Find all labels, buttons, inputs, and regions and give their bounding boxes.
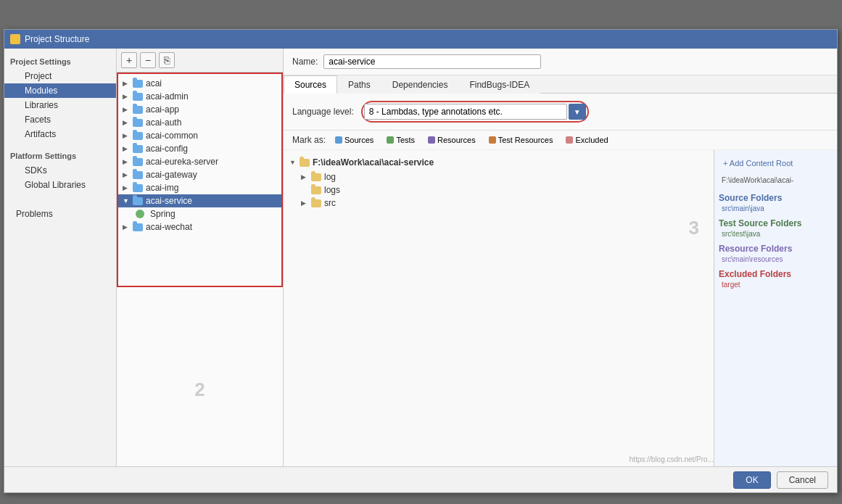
name-input[interactable] bbox=[323, 54, 541, 69]
tree-item-acai-admin[interactable]: ▶ acai-admin bbox=[118, 90, 281, 103]
sidebar-item-global-libraries[interactable]: Global Libraries bbox=[4, 178, 116, 192]
tree-item-acai-auth[interactable]: ▶ acai-auth bbox=[118, 116, 281, 129]
label-3: 3 bbox=[689, 217, 699, 239]
resources-badge-dot bbox=[428, 136, 435, 144]
file-tree-item-logs[interactable]: logs bbox=[284, 183, 714, 197]
ok-button[interactable]: OK bbox=[733, 471, 770, 489]
folder-icon-acai-img bbox=[133, 184, 143, 192]
language-row: Language level: 8 - Lambdas, type annota… bbox=[284, 94, 837, 131]
dialog-icon bbox=[10, 34, 20, 44]
tree-item-acai[interactable]: ▶ acai bbox=[118, 77, 281, 90]
folder-icon-acai-wechat bbox=[133, 223, 143, 231]
copy-module-button[interactable]: ⎘ bbox=[159, 52, 175, 68]
file-tree-item-log[interactable]: ▶ log bbox=[284, 170, 714, 183]
sidebar-item-facets[interactable]: Facets bbox=[4, 112, 116, 127]
expand-arrow-acai: ▶ bbox=[123, 80, 130, 87]
file-tree-item-src[interactable]: ▶ src bbox=[284, 197, 714, 210]
right-panel: Name: Sources Paths Dependencies FindBug… bbox=[284, 49, 837, 492]
add-module-button[interactable]: + bbox=[121, 52, 137, 68]
test-resources-badge-dot bbox=[489, 136, 496, 144]
mark-badge-excluded[interactable]: Excluded bbox=[562, 135, 611, 145]
title-bar: Project Structure bbox=[4, 30, 837, 49]
language-level-select[interactable]: 8 - Lambdas, type annotations etc. bbox=[364, 104, 567, 120]
tree-item-acai-common[interactable]: ▶ acai-common bbox=[118, 129, 281, 142]
label-2: 2 bbox=[194, 379, 205, 401]
resource-folders-title: Resource Folders bbox=[719, 244, 833, 254]
tree-item-acai-config[interactable]: ▶ acai-config bbox=[118, 142, 281, 155]
dialog-body: Project Settings Project Modules Librari… bbox=[4, 49, 837, 492]
log-folder-icon bbox=[311, 173, 321, 181]
expand-arrow-acai-service: ▼ bbox=[123, 197, 130, 205]
mark-badge-resources[interactable]: Resources bbox=[424, 135, 479, 145]
sidebar-item-modules[interactable]: Modules bbox=[4, 83, 116, 98]
tree-item-acai-wechat[interactable]: ▶ acai-wechat bbox=[118, 220, 281, 234]
sources-badge-dot bbox=[335, 136, 342, 144]
add-content-root-button[interactable]: + Add Content Root bbox=[719, 156, 833, 170]
mark-as-label: Mark as: bbox=[292, 135, 326, 145]
src-folder-icon bbox=[311, 199, 321, 207]
dropdown-arrow-icon: ▼ bbox=[574, 108, 581, 116]
tab-paths[interactable]: Paths bbox=[337, 75, 381, 94]
mark-badge-test-resources[interactable]: Test Resources bbox=[485, 135, 557, 145]
file-tree-panel: ▼ F:\ideaWork\acai\acai-service ▶ log bbox=[284, 150, 714, 492]
test-source-folders-path: src\test\java bbox=[719, 230, 833, 238]
folder-icon-acai-config bbox=[133, 145, 143, 153]
name-row: Name: bbox=[284, 49, 837, 75]
name-label: Name: bbox=[292, 57, 318, 67]
expand-arrow-acai-auth: ▶ bbox=[123, 119, 130, 126]
mark-badge-tests[interactable]: Tests bbox=[383, 135, 418, 145]
tabs-row: Sources Paths Dependencies FindBugs-IDEA bbox=[284, 75, 837, 94]
dialog-title: Project Structure bbox=[25, 34, 89, 44]
folder-icon-acai bbox=[133, 80, 143, 88]
language-dropdown-button[interactable]: ▼ bbox=[569, 104, 586, 120]
folder-icon-acai-gateway bbox=[133, 171, 143, 179]
tree-item-acai-eureka-server[interactable]: ▶ acai-eureka-server bbox=[118, 155, 281, 168]
test-source-folders-title: Test Source Folders bbox=[719, 218, 833, 228]
sidebar-item-project[interactable]: Project bbox=[4, 69, 116, 83]
folder-icon-acai-service bbox=[133, 197, 143, 205]
tree-item-spring[interactable]: Spring bbox=[118, 207, 281, 220]
folder-icon-acai-app bbox=[133, 106, 143, 114]
cancel-button[interactable]: Cancel bbox=[777, 471, 828, 489]
source-folders-path: src\main\java bbox=[719, 205, 833, 212]
content-root-folder-icon bbox=[300, 159, 310, 167]
sidebar-item-sdks[interactable]: SDKs bbox=[4, 163, 116, 178]
tab-sources[interactable]: Sources bbox=[284, 75, 337, 94]
tree-item-acai-service[interactable]: ▼ acai-service bbox=[118, 194, 281, 207]
right-info-panel: + Add Content Root F:\ideaWork\acai\acai… bbox=[714, 150, 837, 492]
source-folders-title: Source Folders bbox=[719, 193, 833, 203]
folder-icon-acai-eureka bbox=[133, 158, 143, 166]
folder-icon-acai-auth bbox=[133, 119, 143, 127]
folder-icon-acai-admin bbox=[133, 93, 143, 101]
platform-settings-section: Platform Settings bbox=[4, 149, 116, 163]
expand-arrow-acai-common: ▶ bbox=[123, 132, 130, 139]
content-root-path-label: F:\ideaWork\acai\acai- bbox=[719, 175, 833, 186]
module-tree: ▶ acai ▶ acai-admin ▶ acai-app ▶ bbox=[117, 73, 283, 287]
tree-item-acai-app[interactable]: ▶ acai-app bbox=[118, 103, 281, 116]
language-select-wrapper: 8 - Lambdas, type annotations etc. ▼ bbox=[361, 101, 589, 123]
remove-module-button[interactable]: − bbox=[140, 52, 156, 68]
expand-arrow-acai-eureka: ▶ bbox=[123, 158, 130, 165]
excluded-folders-title: Excluded Folders bbox=[719, 269, 833, 279]
content-root-expand-arrow: ▼ bbox=[289, 159, 297, 166]
sidebar-item-problems[interactable]: Problems bbox=[4, 207, 116, 221]
excluded-folders-path: target bbox=[719, 281, 833, 289]
middle-panel: + − ⎘ ▶ acai ▶ acai-admin ▶ bbox=[117, 49, 284, 492]
project-structure-dialog: Project Structure Project Settings Proje… bbox=[4, 29, 838, 493]
sidebar-item-libraries[interactable]: Libraries bbox=[4, 98, 116, 112]
content-area: ▼ F:\ideaWork\acai\acai-service ▶ log bbox=[284, 150, 837, 492]
tab-findbugs[interactable]: FindBugs-IDEA bbox=[458, 75, 540, 94]
tree-item-acai-gateway[interactable]: ▶ acai-gateway bbox=[118, 168, 281, 181]
excluded-badge-dot bbox=[566, 136, 573, 144]
content-root-header: ▼ F:\ideaWork\acai\acai-service bbox=[284, 154, 714, 170]
middle-toolbar: + − ⎘ bbox=[117, 49, 283, 73]
expand-arrow-acai-gateway: ▶ bbox=[123, 171, 130, 178]
mark-badge-sources[interactable]: Sources bbox=[331, 135, 377, 145]
sidebar-item-artifacts[interactable]: Artifacts bbox=[4, 127, 116, 141]
expand-arrow-acai-admin: ▶ bbox=[123, 93, 130, 100]
logs-folder-icon bbox=[311, 186, 321, 194]
expand-arrow-acai-wechat: ▶ bbox=[123, 223, 130, 231]
tree-item-acai-img[interactable]: ▶ acai-img bbox=[118, 181, 281, 194]
tab-dependencies[interactable]: Dependencies bbox=[381, 75, 459, 94]
folder-icon-acai-common bbox=[133, 132, 143, 140]
